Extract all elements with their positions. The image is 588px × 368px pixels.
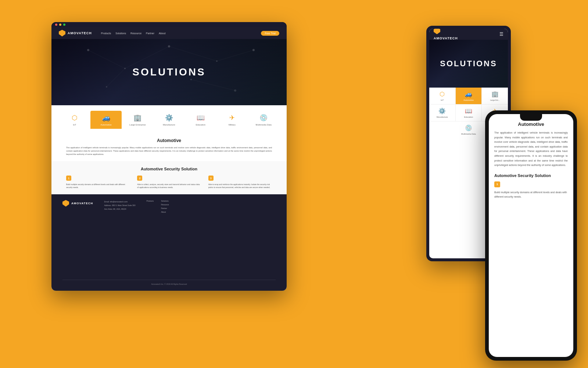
footer-products[interactable]: Products xyxy=(146,200,154,202)
solution-title: Automotive Security Solution xyxy=(66,167,272,171)
nav-about[interactable]: About xyxy=(159,32,165,35)
solution-text-2: Able to collect, analyze, securely store… xyxy=(137,183,201,189)
solution-item-2: 2 Able to collect, analyze, securely sto… xyxy=(137,176,201,189)
tablet-multimedia-icon: 💿 xyxy=(465,124,472,131)
svg-line-11 xyxy=(217,50,254,61)
tablet-tab-iot[interactable]: ⬡ IoT xyxy=(429,88,455,104)
tablet-tab-education[interactable]: 📖 Education xyxy=(456,105,482,121)
tablet-iot-icon: ⬡ xyxy=(440,91,445,98)
tab-manufacture-label: Manufacture xyxy=(163,124,175,126)
desktop-footer: AMOVATECH Email: info@amovatech.com Addr… xyxy=(51,194,287,291)
footer-contact: Email: info@amovatech.com Address: 380 S… xyxy=(104,200,135,211)
tab-enterprise-label: Large Enterprise xyxy=(129,124,146,126)
footer-shield-icon xyxy=(62,200,69,206)
phone-automotive-body: The application of intelligent vehicle t… xyxy=(494,131,568,168)
solution-item-1: 1 Build multiple security domains at dif… xyxy=(66,176,130,189)
footer-links: Products Solutions Resource Partner Abou… xyxy=(146,200,169,213)
tablet-iot-label: IoT xyxy=(441,99,444,101)
footer-address: Address: 380 S. Main Street Suite 300 xyxy=(104,204,135,207)
shield-icon xyxy=(59,30,65,36)
phone-solution-title: Automotive Security Solution xyxy=(494,173,568,178)
tablet-enterprise-icon: 🏢 xyxy=(491,91,499,98)
footer-col-2: Solutions Resource Partner About xyxy=(161,200,169,213)
tab-iot[interactable]: ⬡ IoT xyxy=(59,111,90,129)
tablet-enterprise-label: Large Ent... xyxy=(490,99,500,101)
nav-products[interactable]: Products xyxy=(101,32,111,35)
desktop-logo: AMOVATECH xyxy=(59,30,92,36)
solution-item-3: 3 Able to wrap and reinforce the applica… xyxy=(208,176,272,189)
tab-multimedia-label: Multimedia Data xyxy=(255,124,271,126)
automotive-body: The application of intelligent vehicle t… xyxy=(66,146,272,156)
tablet-hero-title: SOLUTIONS xyxy=(440,59,497,68)
desktop-automotive-content: Automotive The application of intelligen… xyxy=(51,132,287,161)
solution-text-3: Able to wrap and reinforce the applicati… xyxy=(208,183,272,189)
tablet-tab-automotive[interactable]: 🚙 Automotive xyxy=(456,88,482,104)
footer-email: Email: info@amovatech.com xyxy=(104,200,135,204)
footer-top: AMOVATECH Email: info@amovatech.com Addr… xyxy=(62,200,276,213)
solution-num-1: 1 xyxy=(66,176,71,181)
tab-education-label: Education xyxy=(196,124,205,126)
hamburger-icon[interactable]: ☰ xyxy=(499,32,503,37)
multimedia-icon: 💿 xyxy=(259,114,268,122)
iot-icon: ⬡ xyxy=(72,114,78,122)
tablet-tab-enterprise[interactable]: 🏢 Large Ent... xyxy=(482,88,508,104)
desktop-nav: AMOVATECH Products Solutions Resource Pa… xyxy=(51,27,287,39)
solution-section: Automotive Security Solution 1 Build mul… xyxy=(51,161,287,194)
tab-multimedia[interactable]: 💿 Multimedia Data xyxy=(248,111,279,129)
svg-line-8 xyxy=(88,50,125,68)
minimize-dot xyxy=(59,24,61,26)
military-icon: ✈ xyxy=(229,114,235,122)
footer-partner[interactable]: Partner xyxy=(161,207,169,209)
automotive-title: Automotive xyxy=(66,138,272,143)
phone-mockup: Automotive The application of intelligen… xyxy=(485,110,577,361)
desktop-nav-links: Products Solutions Resource Partner Abou… xyxy=(101,32,256,35)
tablet-logo: AMOVATECH xyxy=(434,29,458,41)
svg-line-10 xyxy=(169,46,217,61)
tab-military-label: Military xyxy=(229,124,236,126)
phone-screen: Automotive The application of intelligen… xyxy=(489,114,573,357)
svg-line-12 xyxy=(107,68,125,87)
automotive-icon: 🚙 xyxy=(102,114,110,122)
nav-solutions[interactable]: Solutions xyxy=(115,32,126,35)
nav-resource[interactable]: Resource xyxy=(130,32,141,35)
manufacture-icon: ⚙️ xyxy=(165,114,173,122)
desktop-hero-title: SOLUTIONS xyxy=(132,66,205,78)
tablet-education-icon: 📖 xyxy=(465,107,472,114)
tablet-tab-manufacture[interactable]: ⚙️ Manufacture xyxy=(429,105,455,121)
footer-copyright: Amovatech Inc. © 2018 All Rights Reserve… xyxy=(62,280,276,285)
maximize-dot xyxy=(63,24,65,26)
phone-content: Automotive The application of intelligen… xyxy=(489,114,573,205)
tablet-auto-label: Automotive xyxy=(463,99,474,101)
desktop-mockup: AMOVATECH Products Solutions Resource Pa… xyxy=(51,22,287,291)
phone-notch xyxy=(520,114,542,121)
footer-logo: AMOVATECH xyxy=(62,200,93,206)
tablet-nav: AMOVATECH ☰ xyxy=(429,29,508,40)
solution-num-3: 3 xyxy=(208,176,214,181)
tab-military[interactable]: ✈ Military xyxy=(216,111,248,129)
free-trial-button[interactable]: Free Trial xyxy=(261,31,279,36)
tablet-manufacture-label: Manufacture xyxy=(437,116,448,118)
footer-about[interactable]: About xyxy=(161,211,169,213)
footer-resource[interactable]: Resource xyxy=(161,204,169,206)
solution-num-2: 2 xyxy=(137,176,142,181)
solutions-tabs: ⬡ IoT 🚙 Automotive 🏢 Large Enterprise ⚙️… xyxy=(51,105,287,132)
solution-grid: 1 Build multiple security domains at dif… xyxy=(66,176,272,189)
tablet-auto-icon: 🚙 xyxy=(465,91,472,98)
footer-solutions[interactable]: Solutions xyxy=(161,200,169,202)
education-icon: 📖 xyxy=(197,114,205,122)
tab-education[interactable]: 📖 Education xyxy=(185,111,216,129)
desktop-hero: SOLUTIONS xyxy=(51,39,287,105)
nav-partner[interactable]: Partner xyxy=(146,32,154,35)
tab-automotive[interactable]: 🚙 Automotive xyxy=(90,111,122,129)
desktop-brand-name: AMOVATECH xyxy=(68,31,92,35)
tab-manufacture[interactable]: ⚙️ Manufacture xyxy=(153,111,185,129)
tablet-multimedia-label: Multimedia Data xyxy=(461,133,476,135)
tablet-hero: SOLUTIONS xyxy=(429,40,508,88)
solution-text-1: Build multiple security domains at diffe… xyxy=(66,183,130,189)
phone-solution-num-1: 1 xyxy=(494,181,500,187)
tablet-education-label: Education xyxy=(464,116,473,118)
tablet-manufacture-icon: ⚙️ xyxy=(438,107,446,114)
tab-automotive-label: Automotive xyxy=(101,124,112,126)
svg-line-13 xyxy=(191,79,235,91)
tab-large-enterprise[interactable]: 🏢 Large Enterprise xyxy=(122,111,153,129)
